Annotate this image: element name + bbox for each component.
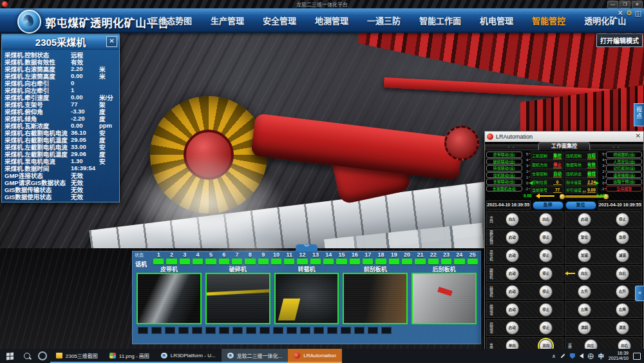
pager-slot[interactable] [260,327,270,334]
control-round-button[interactable]: 停止 [539,321,553,335]
control-round-button[interactable]: 启动 [506,249,519,262]
linkage-button[interactable]: 远程干预(远) [606,179,642,185]
nav-item-地测管理[interactable]: 地测管理 [315,14,348,26]
viewpoint-tab[interactable]: 视点 [634,103,644,126]
control-round-button[interactable]: 减速 [616,249,629,262]
maximize-button[interactable]: ❐ [620,1,630,8]
control-round-button[interactable]: 停止 [539,249,553,262]
control-round-button[interactable]: 停止 [539,267,553,280]
hidden-icons-chevron-icon[interactable]: ∧ [552,353,556,359]
pager-slot[interactable] [314,327,324,334]
system-clock[interactable]: 16:39 2021/4/10 [609,351,629,361]
pager-slot[interactable] [341,327,351,334]
control-round-button[interactable]: 向左 [506,213,519,226]
control-round-button[interactable]: 启动 [506,303,519,317]
pager-slot[interactable] [165,327,175,334]
taskbar-task[interactable]: LR3DPlatform - U... [155,349,222,363]
cortana-icon[interactable] [35,349,50,363]
pager-slot[interactable] [219,327,229,334]
control-round-button[interactable]: 左升 [578,285,591,299]
control-round-button[interactable]: 停止 [616,213,629,226]
pager-slot[interactable] [300,327,310,334]
estop-button[interactable]: 急停 [533,201,564,210]
pager-slot[interactable] [327,327,337,334]
taskbar-task[interactable]: 龙软二三维一体化... [222,349,289,363]
taskbar-task[interactable]: 11.png - 画图 [104,349,155,363]
nav-item-智能管控[interactable]: 智能管控 [532,14,565,26]
pager-slot[interactable] [246,327,256,334]
control-round-button[interactable]: 调直 [616,321,629,335]
pen-icon[interactable] [560,353,565,358]
pager-slot[interactable] [178,327,189,334]
linkage-button[interactable]: 煤机联动(远) [486,172,522,179]
linkage-button[interactable]: 支架联动(远) [486,179,522,185]
tab-workface-control[interactable]: 工作面集控 [538,142,590,150]
start-button[interactable] [0,349,19,363]
linkage-button[interactable]: 转载联动(远) [486,165,522,172]
camera-video[interactable] [343,273,408,324]
taskbar-task[interactable]: 2305三维截图 [50,349,104,363]
control-round-button[interactable]: 急停 [616,231,629,244]
linkage-button[interactable]: 皮带联动(远) [486,152,522,158]
reset-button[interactable]: 复位 [565,201,596,210]
control-round-button[interactable]: 加速 [578,249,591,262]
volume-icon[interactable] [580,353,583,358]
open-edit-mode-button[interactable]: 打开编辑模式 [596,34,643,47]
security-shield-icon[interactable] [570,353,575,359]
collapse-chevron-icon[interactable]: ︾ [296,244,317,251]
control-round-button[interactable]: 左降 [578,303,591,317]
pager-slot[interactable] [205,327,216,334]
control-round-button[interactable]: 右升 [616,285,629,299]
linkage-button[interactable]: 支架跟机启动 [486,186,522,192]
camera-video[interactable] [412,273,477,324]
linkage-button[interactable]: 视频跟机(远) [606,152,642,158]
ime-indicator[interactable]: 中 [598,352,604,360]
linkage-button[interactable]: 语音播报(远) [606,172,642,179]
taskbar-task[interactable]: LRAutomation [288,349,342,363]
pager-slot[interactable] [354,327,365,334]
fit-window-icon[interactable]: ◫ [635,9,641,17]
control-round-button[interactable]: 启动 [506,267,519,280]
panel-collapse-handle[interactable]: « [635,286,644,301]
control-round-button[interactable]: 启动 [506,321,519,335]
pager-slot[interactable] [192,327,202,334]
nav-item-机电管理[interactable]: 机电管理 [480,14,513,26]
camera-video[interactable] [137,273,202,324]
gear-icon[interactable]: ⚙ [626,9,632,17]
control-round-button[interactable]: 调斜 [578,321,591,335]
panel-close-icon[interactable]: ✕ [106,36,117,47]
nav-item-生产管理[interactable]: 生产管理 [211,14,244,26]
close-button[interactable]: ✕ [632,1,643,8]
minimize-button[interactable]: — [607,1,618,8]
control-round-button[interactable]: 启动 [506,285,519,299]
control-round-button[interactable]: 停止 [539,303,553,317]
network-icon[interactable]: ⨁ [588,353,594,359]
nav-item-智能工作面[interactable]: 智能工作面 [419,14,461,26]
control-round-button[interactable]: 向左 [578,267,591,280]
linkage-button[interactable]: 记忆截割(远) [606,165,642,172]
pager-slot[interactable] [273,327,283,334]
control-round-button[interactable]: 停止 [539,231,553,244]
pager-slot[interactable] [381,327,392,334]
nav-item-三维态势图[interactable]: 三维态势图 [150,14,192,26]
control-round-button[interactable]: 向右 [539,213,553,226]
pager-slot[interactable] [151,327,162,334]
control-round-button[interactable]: 复位 [578,231,591,244]
control-round-button[interactable]: 右降 [616,303,629,317]
camera-video[interactable] [205,273,270,324]
search-icon[interactable] [19,349,35,363]
control-round-button[interactable]: 启动 [506,231,519,244]
estop-alarm-button[interactable]: 急停报警 [606,186,642,192]
camera-video[interactable] [274,273,339,324]
pager-slot[interactable] [232,327,243,334]
nav-item-安全管理[interactable]: 安全管理 [263,14,296,26]
pager-slot[interactable] [368,327,378,334]
linkage-button[interactable]: 破碎联动(远) [486,159,522,165]
tools-icon[interactable]: ✕ [618,9,623,17]
control-round-button[interactable]: 启动 [578,213,591,226]
pager-slot[interactable] [287,327,297,334]
linkage-button[interactable]: 人员定位(远) [606,159,642,165]
pager-slot[interactable] [138,327,148,334]
control-round-button[interactable]: 向右 [616,267,629,280]
nav-item-一通三防[interactable]: 一通三防 [367,14,401,26]
